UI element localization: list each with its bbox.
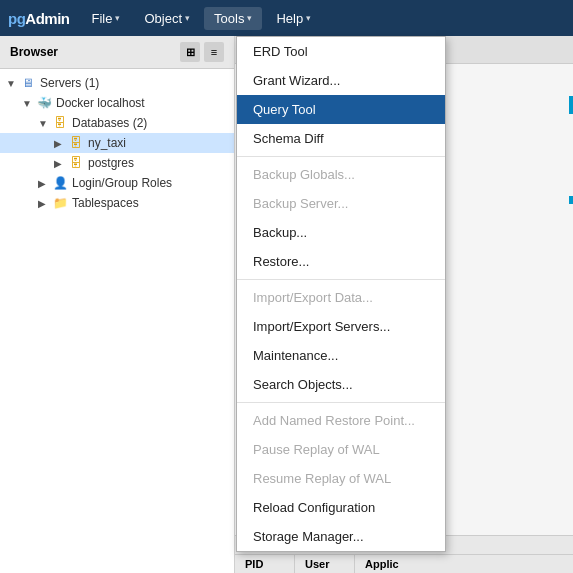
divider-2	[237, 279, 445, 280]
tree-arrow: ▶	[38, 178, 52, 189]
tree-area: ▼ 🖥 Servers (1) ▼ 🐳 Docker localhost ▼ 🗄…	[0, 69, 234, 217]
menubar: pgAdmin File ▾ Object ▾ Tools ▾ Help ▾	[0, 0, 573, 36]
sidebar-icon-grid[interactable]: ⊞	[180, 42, 200, 62]
tree-item-docker[interactable]: ▼ 🐳 Docker localhost	[0, 93, 234, 113]
menu-maintenance[interactable]: Maintenance...	[237, 341, 445, 370]
tree-arrow: ▼	[38, 118, 52, 129]
col-user: User	[295, 555, 355, 573]
menu-schema-diff[interactable]: Schema Diff	[237, 124, 445, 153]
tablespace-icon: 📁	[52, 195, 68, 211]
tree-item-servers[interactable]: ▼ 🖥 Servers (1)	[0, 73, 234, 93]
database-icon: 🗄	[68, 135, 84, 151]
tree-arrow: ▼	[22, 98, 36, 109]
menu-erd-tool[interactable]: ERD Tool	[237, 37, 445, 66]
browser-title: Browser	[10, 45, 58, 59]
sidebar-header: Browser ⊞ ≡	[0, 36, 234, 69]
menu-tools[interactable]: Tools ▾	[204, 7, 262, 30]
tree-label-tablespaces: Tablespaces	[72, 196, 139, 210]
tree-label-roles: Login/Group Roles	[72, 176, 172, 190]
table-header-row: PID User Applic	[235, 555, 573, 573]
menu-pause-replay-wal: Pause Replay of WAL	[237, 435, 445, 464]
menu-backup-globals: Backup Globals...	[237, 160, 445, 189]
tree-label-docker: Docker localhost	[56, 96, 145, 110]
blue-stripe-indicator2	[569, 196, 573, 204]
menu-import-export-servers[interactable]: Import/Export Servers...	[237, 312, 445, 341]
database-icon: 🗄	[52, 115, 68, 131]
chevron-down-icon: ▾	[115, 13, 120, 23]
tree-item-tablespaces[interactable]: ▶ 📁 Tablespaces	[0, 193, 234, 213]
database-icon: 🗄	[68, 155, 84, 171]
chevron-down-icon: ▾	[185, 13, 190, 23]
tree-item-databases[interactable]: ▼ 🗄 Databases (2)	[0, 113, 234, 133]
menu-restore[interactable]: Restore...	[237, 247, 445, 276]
menu-backup-server: Backup Server...	[237, 189, 445, 218]
menu-query-tool[interactable]: Query Tool	[237, 95, 445, 124]
menu-help[interactable]: Help ▾	[266, 7, 321, 30]
menu-import-export-data: Import/Export Data...	[237, 283, 445, 312]
sidebar-icons: ⊞ ≡	[180, 42, 224, 62]
tree-label-servers: Servers (1)	[40, 76, 99, 90]
chevron-down-icon: ▾	[247, 13, 252, 23]
col-pid: PID	[235, 555, 295, 573]
menu-backup[interactable]: Backup...	[237, 218, 445, 247]
tree-item-roles[interactable]: ▶ 👤 Login/Group Roles	[0, 173, 234, 193]
divider-3	[237, 402, 445, 403]
menu-search-objects[interactable]: Search Objects...	[237, 370, 445, 399]
chevron-down-icon: ▾	[306, 13, 311, 23]
logo: pgAdmin	[8, 10, 70, 27]
tree-arrow: ▶	[54, 138, 68, 149]
menu-object[interactable]: Object ▾	[134, 7, 200, 30]
menu-file[interactable]: File ▾	[82, 7, 131, 30]
menu-grant-wizard[interactable]: Grant Wizard...	[237, 66, 445, 95]
tree-label-databases: Databases (2)	[72, 116, 147, 130]
blue-stripe-indicator	[569, 96, 573, 114]
sidebar: Browser ⊞ ≡ ▼ 🖥 Servers (1) ▼ 🐳 Docker l…	[0, 36, 235, 573]
role-icon: 👤	[52, 175, 68, 191]
tree-label-postgres: postgres	[88, 156, 134, 170]
tree-arrow: ▶	[38, 198, 52, 209]
sidebar-icon-list[interactable]: ≡	[204, 42, 224, 62]
tools-dropdown-menu[interactable]: ERD Tool Grant Wizard... Query Tool Sche…	[236, 36, 446, 552]
tree-item-postgres[interactable]: ▶ 🗄 postgres	[0, 153, 234, 173]
menu-add-named-restore: Add Named Restore Point...	[237, 406, 445, 435]
logo-text: pgAdmin	[8, 10, 70, 27]
tree-arrow: ▼	[6, 78, 20, 89]
menu-reload-configuration[interactable]: Reload Configuration	[237, 493, 445, 522]
menu-storage-manager[interactable]: Storage Manager...	[237, 522, 445, 551]
tree-arrow: ▶	[54, 158, 68, 169]
docker-icon: 🐳	[36, 95, 52, 111]
menu-resume-replay-wal: Resume Replay of WAL	[237, 464, 445, 493]
col-applic: Applic	[355, 555, 415, 573]
divider-1	[237, 156, 445, 157]
tree-label-nytaxi: ny_taxi	[88, 136, 126, 150]
server-icon: 🖥	[20, 75, 36, 91]
tree-item-nytaxi[interactable]: ▶ 🗄 ny_taxi	[0, 133, 234, 153]
